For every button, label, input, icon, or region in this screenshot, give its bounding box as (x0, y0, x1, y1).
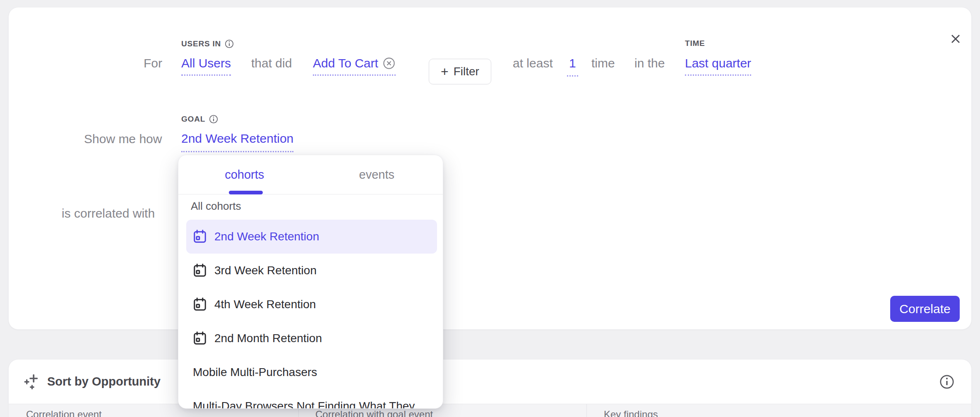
add-filter-button[interactable]: + Filter (429, 59, 491, 84)
users-in-label: USERS IN (181, 39, 234, 49)
time-label: TIME (685, 39, 705, 48)
plus-icon: + (441, 66, 449, 77)
list-item-label: Multi-Day Browsers Not Finding What They (193, 400, 415, 409)
list-item-label: 2nd Week Retention (214, 230, 319, 243)
sentence-that-did: that did (251, 56, 292, 71)
sentence-time: time (591, 56, 615, 71)
list-item[interactable]: 2nd Week Retention (186, 220, 437, 254)
remove-event-icon[interactable] (382, 57, 396, 70)
goal-label: GOAL (181, 114, 219, 124)
goal-picker-dropdown: cohorts events All cohorts 2nd Week Rete… (178, 155, 443, 409)
calendar-icon (192, 297, 207, 312)
info-icon[interactable] (939, 374, 955, 390)
info-icon[interactable] (209, 114, 219, 124)
sort-by-opportunity-button[interactable]: Sort by Opportunity (47, 375, 161, 388)
users-selector[interactable]: All Users (181, 56, 231, 76)
active-tab-indicator (229, 191, 263, 194)
list-item[interactable]: 4th Week Retention (186, 288, 437, 321)
column-header-correlation-event: Correlation event (26, 409, 102, 417)
close-icon[interactable] (948, 31, 963, 46)
column-header-key-findings: Key findings (604, 409, 658, 417)
column-divider (586, 404, 587, 417)
filter-button-label: Filter (454, 65, 479, 78)
calendar-icon (192, 331, 207, 346)
results-card: Sort by Opportunity Correlation event Co… (8, 359, 972, 417)
list-item[interactable]: Mobile Multi-Purchasers (186, 355, 437, 389)
list-item-label: 4th Week Retention (214, 298, 316, 311)
calendar-icon (192, 263, 207, 278)
dropdown-tabs: cohorts events (178, 155, 443, 194)
tab-events[interactable]: events (311, 155, 443, 194)
sparkles-icon (24, 374, 41, 390)
column-header-correlation-with-goal: Correlation with goal event (315, 409, 433, 417)
cohort-section-label: All cohorts (191, 200, 241, 213)
event-selector[interactable]: Add To Cart (313, 56, 396, 76)
goal-selector[interactable]: 2nd Week Retention (181, 131, 293, 152)
results-toolbar: Sort by Opportunity (9, 359, 971, 404)
info-icon[interactable] (224, 39, 234, 49)
list-item-label: 2nd Month Retention (214, 332, 322, 345)
count-selector[interactable]: 1 (567, 56, 578, 77)
cohort-list: 2nd Week Retention 3rd Week Retention (178, 220, 443, 409)
correlate-button[interactable]: Correlate (890, 296, 960, 322)
sentence-in-the: in the (634, 56, 665, 71)
sentence-show-me-how: Show me how (84, 132, 162, 146)
sentence-for: For (144, 56, 162, 71)
list-item-label: 3rd Week Retention (214, 264, 317, 277)
time-range-selector[interactable]: Last quarter (685, 56, 751, 76)
calendar-icon (192, 229, 207, 244)
query-builder-card: For USERS IN All Users that did Add To C… (8, 7, 972, 330)
list-item[interactable]: 3rd Week Retention (186, 254, 437, 288)
correlation-builder-screen: For USERS IN All Users that did Add To C… (0, 0, 980, 417)
tab-cohorts[interactable]: cohorts (178, 155, 311, 194)
results-table-header: Correlation event Correlation with goal … (9, 404, 971, 417)
list-item[interactable]: 2nd Month Retention (186, 321, 437, 355)
sentence-at-least: at least (513, 56, 553, 71)
sentence-is-correlated-with: is correlated with (62, 206, 155, 221)
event-selector-label[interactable]: Add To Cart (313, 56, 378, 71)
list-item-label: Mobile Multi-Purchasers (193, 366, 317, 379)
list-item[interactable]: Multi-Day Browsers Not Finding What They (186, 389, 437, 409)
